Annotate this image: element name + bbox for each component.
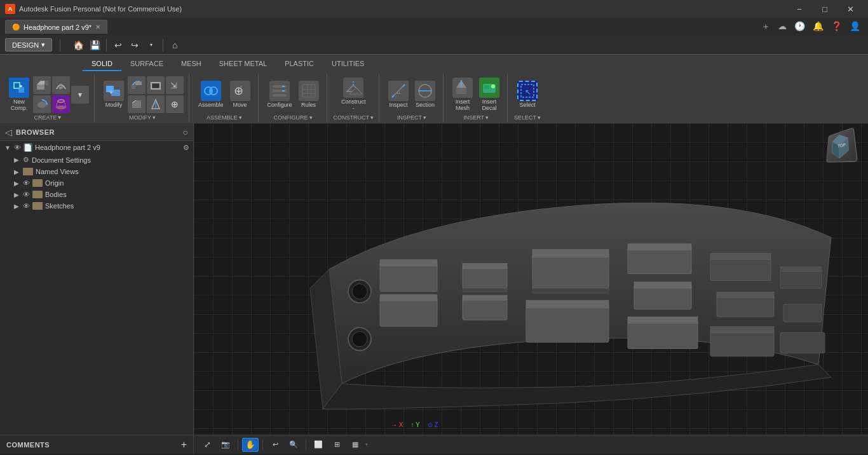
grid-button[interactable]: ⊞ xyxy=(329,438,345,452)
design-dropdown[interactable]: DESIGN ▾ xyxy=(5,38,52,51)
svg-point-10 xyxy=(56,105,66,109)
browser-collapse-button[interactable]: ○ xyxy=(183,127,188,137)
bodies-eye-icon[interactable]: 👁 xyxy=(23,191,30,198)
extrude-button[interactable] xyxy=(33,76,51,94)
ribbon-group-create: NewComp. ▼ CREATE ▾ xyxy=(4,74,95,122)
new-component-button[interactable]: NewComp. xyxy=(6,76,32,114)
inspect-measure-button[interactable]: ↔ Inspect xyxy=(386,79,411,111)
browser-item-sketches[interactable]: ▶ 👁 Sketches xyxy=(0,200,193,212)
new-component-icon xyxy=(9,78,29,98)
svg-rect-77 xyxy=(710,257,771,281)
browser-item-origin[interactable]: ▶ 👁 Origin xyxy=(0,177,193,189)
shell-button[interactable] xyxy=(147,76,165,94)
svg-rect-53 xyxy=(484,85,489,89)
tab-solid[interactable]: SOLID xyxy=(83,57,121,71)
svg-rect-88 xyxy=(780,267,822,272)
fillet-button[interactable] xyxy=(128,76,146,94)
z-axis-label: ⊙ Z xyxy=(428,421,438,428)
home-button[interactable]: 🏠 xyxy=(71,37,86,53)
chamfer-button[interactable] xyxy=(128,95,146,113)
insert-mesh-button[interactable]: InsertMesh xyxy=(450,76,475,114)
section-analysis-button[interactable]: Section xyxy=(412,79,438,111)
select-label-group: SELECT ▾ xyxy=(514,114,541,122)
construct-plane-button[interactable]: Construct- xyxy=(339,76,369,114)
camera-button[interactable]: 📷 xyxy=(217,438,234,452)
save-button[interactable]: 💾 xyxy=(87,37,102,53)
viewport-toolbar: ⤢ 📷 ✋ ↩ 🔍 ⬜ ⊞ ▦ ▾ xyxy=(194,435,868,454)
tab-mesh[interactable]: MESH xyxy=(172,57,210,71)
undo-dropdown[interactable]: ▾ xyxy=(144,37,159,53)
avatar-button[interactable]: 👤 xyxy=(847,20,863,34)
more-display-button[interactable]: ▦ xyxy=(347,438,363,452)
inspect-label-group: INSPECT ▾ xyxy=(397,114,426,122)
design-arrow: ▾ xyxy=(41,41,45,49)
configure-param-button[interactable]: Configure xyxy=(265,79,295,111)
insert-decal-button[interactable]: InsertDecal xyxy=(477,76,502,114)
ribbon: NewComp. ▼ CREATE ▾ xyxy=(0,71,868,123)
root-settings-icon[interactable]: ⚙ xyxy=(183,144,189,152)
sketches-folder-icon xyxy=(32,202,43,210)
close-button[interactable]: ✕ xyxy=(837,0,863,18)
orbit-button[interactable]: ↩ xyxy=(267,438,283,452)
inspect-buttons: ↔ Inspect Section xyxy=(386,75,438,114)
tab-surface[interactable]: SURFACE xyxy=(121,57,172,71)
root-visibility-eye[interactable]: 👁 xyxy=(14,144,21,151)
minimize-button[interactable]: − xyxy=(787,0,812,18)
help-button[interactable]: ❓ xyxy=(829,20,844,34)
nav-cube[interactable]: TOP xyxy=(824,130,862,168)
clock-button[interactable]: 🕐 xyxy=(792,20,808,34)
fit-all-button[interactable]: ⤢ xyxy=(199,438,215,452)
zoom-button[interactable]: 🔍 xyxy=(285,438,302,452)
modify-label: Modify xyxy=(105,102,123,109)
tab-plastic[interactable]: PLASTIC xyxy=(276,57,323,71)
browser-back-button[interactable]: ◁ xyxy=(5,127,12,137)
svg-marker-6 xyxy=(44,81,48,86)
tab-sheet-metal[interactable]: SHEET METAL xyxy=(210,57,276,71)
nav-cube-inner: TOP xyxy=(826,127,858,163)
select-button[interactable]: ↖ Select xyxy=(515,79,540,111)
loft-button[interactable] xyxy=(52,95,70,113)
doc-tab-close[interactable]: ✕ xyxy=(95,24,100,31)
inspect-label: Inspect xyxy=(390,102,408,109)
new-tab-button[interactable]: ＋ xyxy=(759,20,773,34)
revolve-button[interactable] xyxy=(33,95,51,113)
create-more-button[interactable]: ▼ xyxy=(71,86,89,104)
named-views-expand: ▶ xyxy=(13,168,20,175)
doc-tab-actions: ＋ ☁ 🕐 🔔 ❓ 👤 xyxy=(759,20,863,34)
sketches-eye-icon[interactable]: 👁 xyxy=(23,202,30,210)
assemble-joint-button[interactable]: Assemble xyxy=(196,79,226,111)
browser-item-doc-settings[interactable]: ▶ ⚙ Document Settings xyxy=(0,154,193,166)
doc-tabbar: 🟠 Headphone part 2 v9* ✕ ＋ ☁ 🕐 🔔 ❓ 👤 xyxy=(0,18,868,36)
doc-tab[interactable]: 🟠 Headphone part 2 v9* ✕ xyxy=(5,20,107,34)
configure-rule-button[interactable]: Rules xyxy=(296,79,322,111)
modify-join-button[interactable]: + Modify xyxy=(101,79,126,111)
svg-text:↔: ↔ xyxy=(396,90,401,96)
scale-button[interactable]: ⇲ xyxy=(166,76,184,94)
svg-point-86 xyxy=(352,332,367,347)
browser-item-root[interactable]: ▼ 👁 📄 Headphone part 2 v9 ⚙ xyxy=(0,141,193,154)
undo-button[interactable]: ↩ xyxy=(111,37,126,53)
pan-button[interactable]: ✋ xyxy=(242,438,259,452)
configure-label-group: CONFIGURE ▾ xyxy=(274,114,313,122)
svg-rect-90 xyxy=(780,333,825,353)
viewport[interactable]: TOP → X ↑ Y ⊙ Z ⤢ 📷 ✋ ↩ 🔍 ⬜ ⊞ ▦ ▾ xyxy=(194,123,868,454)
redo-button[interactable]: ↪ xyxy=(127,37,142,53)
svg-rect-4 xyxy=(37,85,44,90)
origin-eye-icon[interactable]: 👁 xyxy=(23,179,30,187)
display-mode-button[interactable]: ⬜ xyxy=(310,438,327,452)
comments-add-button[interactable]: + xyxy=(181,439,187,451)
svg-rect-70 xyxy=(526,301,609,308)
draft-button[interactable] xyxy=(147,95,165,113)
move-button[interactable]: ⊕↑ Move xyxy=(227,79,253,111)
cloud-button[interactable]: ☁ xyxy=(775,20,789,34)
browser-item-named-views[interactable]: ▶ Named Views xyxy=(0,166,193,177)
maximize-button[interactable]: □ xyxy=(812,0,837,18)
bell-button[interactable]: 🔔 xyxy=(810,20,826,34)
browser-item-bodies[interactable]: ▶ 👁 Bodies xyxy=(0,189,193,200)
construct-icon xyxy=(343,78,363,98)
sweep-button[interactable] xyxy=(52,76,70,94)
new-component-label: NewComp. xyxy=(11,99,28,112)
combine-button[interactable]: ⊕ xyxy=(166,95,184,113)
tab-utilities[interactable]: UTILITIES xyxy=(323,57,373,71)
home-view-button[interactable]: ⌂ xyxy=(167,37,182,53)
